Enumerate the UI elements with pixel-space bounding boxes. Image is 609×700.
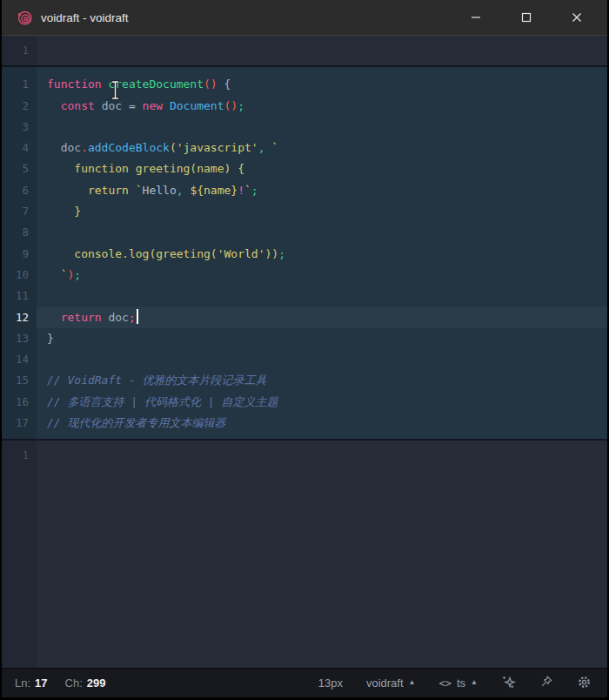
settings-button[interactable] xyxy=(577,675,592,692)
code-token xyxy=(47,205,74,218)
code-line[interactable]: 1 xyxy=(2,40,607,61)
text-caret xyxy=(137,309,138,324)
code-line[interactable]: 3 xyxy=(2,117,607,138)
code-token: doc xyxy=(108,311,128,324)
block-top[interactable]: 1 xyxy=(2,36,607,65)
code-token xyxy=(47,162,74,175)
code-line-content[interactable]: // 多语言支持 | 代码格式化 | 自定义主题 xyxy=(37,392,607,413)
code-token: ; xyxy=(238,99,244,112)
code-line[interactable]: 5 function greeting(name) { xyxy=(2,158,607,179)
chevron-up-icon: ▲ xyxy=(471,678,478,686)
code-token xyxy=(47,99,61,112)
maximize-button[interactable] xyxy=(506,0,546,35)
ch-value: 299 xyxy=(87,676,106,690)
line-number: 9 xyxy=(2,244,37,265)
code-token: ${name} xyxy=(190,184,238,197)
code-line-content[interactable]: // 现代化的开发者专用文本编辑器 xyxy=(37,413,607,434)
code-line[interactable]: 17// 现代化的开发者专用文本编辑器 xyxy=(2,413,607,434)
document-name: voidraft xyxy=(366,676,404,690)
code-token: doc xyxy=(61,141,81,154)
line-number: 1 xyxy=(2,74,37,95)
code-line-content[interactable]: return `Hello, ${name}!`; xyxy=(37,180,607,201)
code-token: // VoidRaft - 优雅的文本片段记录工具 xyxy=(47,374,267,387)
window-title: voidraft - voidraft xyxy=(41,11,456,24)
code-token: function greeting(name) { xyxy=(74,162,244,175)
block-main[interactable]: 1function createDocument() {2 const doc … xyxy=(2,67,607,439)
language-selector[interactable]: <> ts ▲ xyxy=(439,676,478,690)
code-token: ; xyxy=(251,184,258,197)
code-token: () xyxy=(224,99,238,112)
code-line-content[interactable]: // VoidRaft - 优雅的文本片段记录工具 xyxy=(37,370,607,391)
code-token: ; xyxy=(278,247,285,260)
code-line-content[interactable]: } xyxy=(37,328,607,349)
code-token xyxy=(47,268,61,281)
code-token: 'javascript' xyxy=(177,141,258,154)
code-line[interactable]: 7 } xyxy=(2,201,607,222)
code-line-content[interactable] xyxy=(37,117,607,138)
code-line[interactable]: 2 const doc = new Document(); xyxy=(2,96,607,117)
code-line[interactable]: 13} xyxy=(2,328,607,349)
line-number: 13 xyxy=(2,328,37,349)
code-line[interactable]: 16// 多语言支持 | 代码格式化 | 自定义主题 xyxy=(2,392,607,413)
line-number: 17 xyxy=(2,413,37,434)
code-line[interactable]: 1function createDocument() { xyxy=(2,74,607,95)
code-line[interactable]: 12 return doc; xyxy=(2,307,607,328)
code-token xyxy=(47,311,61,324)
code-line[interactable]: 6 return `Hello, ${name}!`; xyxy=(2,180,607,201)
code-token: addCodeBlock xyxy=(88,141,170,154)
ln-value: 17 xyxy=(35,676,47,690)
ch-label: Ch: xyxy=(65,676,83,690)
maximize-icon xyxy=(521,12,532,23)
font-size-control[interactable]: 13px xyxy=(318,676,343,690)
code-line-content[interactable]: `); xyxy=(37,265,607,286)
code-token: Hello xyxy=(143,184,177,197)
code-line-content[interactable]: console.log(greeting('World')); xyxy=(37,244,607,265)
code-line[interactable]: 10 `); xyxy=(2,265,607,286)
editor[interactable]: 11function createDocument() {2 const doc… xyxy=(2,36,607,668)
minimize-icon xyxy=(471,12,481,23)
pin-window-button[interactable] xyxy=(539,675,553,691)
code-line-content[interactable]: const doc = new Document(); xyxy=(37,96,607,117)
block-bottom[interactable]: 1 xyxy=(2,441,607,668)
code-line-content[interactable]: return doc; xyxy=(37,307,607,328)
cursor-line-indicator: Ln: 17 xyxy=(15,676,48,690)
code-token: ; xyxy=(129,311,136,324)
code-line[interactable]: 11 xyxy=(2,286,607,306)
code-line-content[interactable]: function greeting(name) { xyxy=(37,158,607,179)
status-bar: Ln: 17 Ch: 299 13px voidraft ▲ <> ts ▲ xyxy=(2,668,607,697)
code-line-content[interactable] xyxy=(37,286,607,306)
code-token: new xyxy=(143,99,170,112)
code-line-content[interactable] xyxy=(37,40,607,61)
line-number: 1 xyxy=(2,445,37,466)
code-line[interactable]: 14 xyxy=(2,349,607,370)
code-token: function xyxy=(47,77,108,91)
voidraft-logo-icon xyxy=(17,10,32,25)
code-line-content[interactable]: } xyxy=(37,201,607,222)
code-line-content[interactable] xyxy=(37,445,607,466)
code-line-content[interactable]: function createDocument() { xyxy=(37,74,607,95)
code-token: doc xyxy=(102,99,122,112)
code-line[interactable]: 9 console.log(greeting('World')); xyxy=(2,244,607,265)
code-line[interactable]: 4 doc.addCodeBlock('javascript', ` xyxy=(2,138,607,158)
language-name: ts xyxy=(457,676,465,690)
minimize-button[interactable] xyxy=(456,0,496,35)
document-selector[interactable]: voidraft ▲ xyxy=(366,676,416,690)
code-token: . xyxy=(81,141,88,154)
app-window: voidraft - voidraft 11function createDoc… xyxy=(2,0,607,697)
line-number: 8 xyxy=(2,222,37,243)
font-size-value: 13px xyxy=(318,676,343,690)
code-token: ; xyxy=(74,268,81,281)
code-token xyxy=(47,184,88,197)
code-line[interactable]: 8 xyxy=(2,222,607,243)
code-line-content[interactable] xyxy=(37,222,607,243)
code-line[interactable]: 15// VoidRaft - 优雅的文本片段记录工具 xyxy=(2,370,607,391)
line-number: 16 xyxy=(2,392,37,413)
line-number: 3 xyxy=(2,117,37,138)
code-line[interactable]: 1 xyxy=(2,445,607,466)
line-number: 11 xyxy=(2,286,37,306)
code-token: ` xyxy=(244,184,251,197)
close-button[interactable] xyxy=(557,0,597,35)
code-line-content[interactable] xyxy=(37,349,607,370)
code-line-content[interactable]: doc.addCodeBlock('javascript', ` xyxy=(37,138,607,158)
format-code-button[interactable] xyxy=(501,675,516,692)
